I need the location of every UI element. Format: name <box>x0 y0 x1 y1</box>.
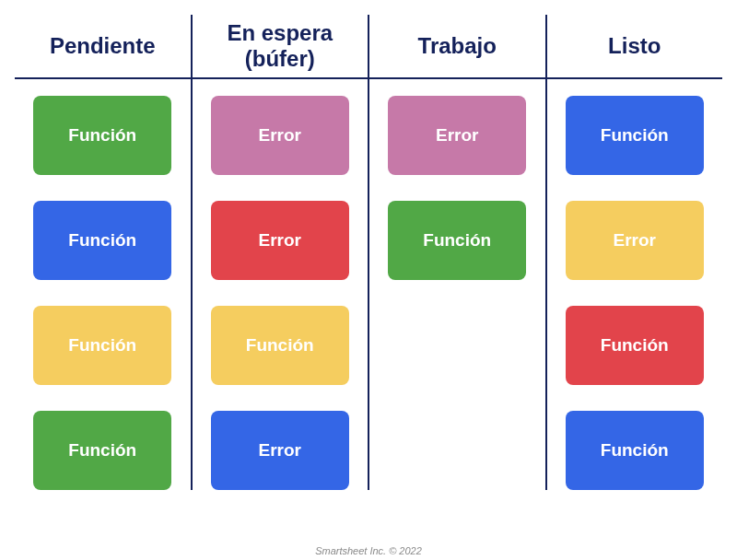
column-pendiente: Pendiente Función Función Función Funció… <box>15 15 191 490</box>
card-list: Función Error Función Función <box>547 79 723 490</box>
card[interactable]: Función <box>388 201 526 280</box>
card-list: Error Error Función Error <box>193 79 368 490</box>
card[interactable]: Función <box>566 306 704 385</box>
card[interactable]: Función <box>33 411 171 490</box>
copyright-footer: Smartsheet Inc. © 2022 <box>0 545 737 556</box>
column-header: Pendiente <box>15 15 191 77</box>
card[interactable]: Error <box>211 411 349 490</box>
card[interactable]: Error <box>566 201 704 280</box>
card-list: Función Función Función Función <box>15 79 191 490</box>
column-en-espera: En espera(búfer) Error Error Función Err… <box>191 15 368 490</box>
card[interactable]: Función <box>211 306 349 385</box>
card-list: Error Función <box>369 79 545 280</box>
card[interactable]: Error <box>388 96 526 175</box>
card[interactable]: Función <box>33 96 171 175</box>
kanban-board: Pendiente Función Función Función Funció… <box>0 0 737 490</box>
card[interactable]: Función <box>33 306 171 385</box>
card[interactable]: Función <box>566 96 704 175</box>
card[interactable]: Función <box>33 201 171 280</box>
column-trabajo: Trabajo Error Función <box>368 15 545 490</box>
column-listo: Listo Función Error Función Función <box>545 15 723 490</box>
column-header: Listo <box>547 15 723 77</box>
column-header: Trabajo <box>369 15 545 77</box>
card[interactable]: Error <box>211 96 349 175</box>
card[interactable]: Error <box>211 201 349 280</box>
column-header: En espera(búfer) <box>193 15 368 77</box>
card[interactable]: Función <box>566 411 704 490</box>
